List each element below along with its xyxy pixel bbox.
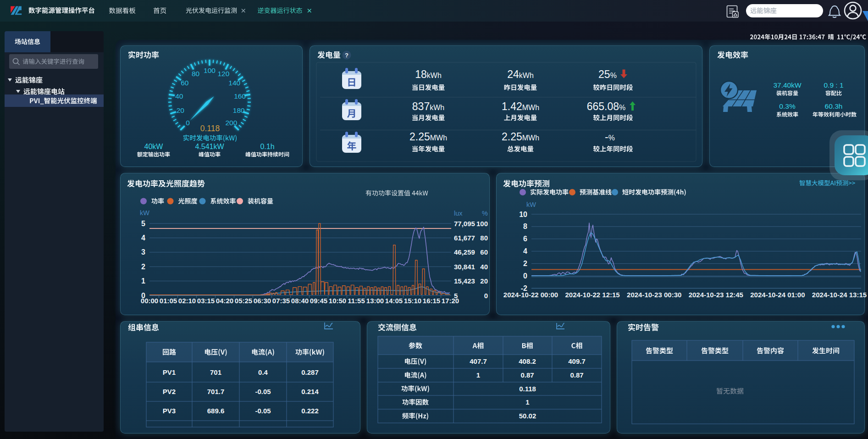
svg-text:18kWh: 18kWh [415, 68, 442, 80]
svg-text:1: 1 [476, 371, 480, 379]
svg-text:02:10: 02:10 [178, 297, 196, 305]
svg-text:60.3h: 60.3h [825, 102, 843, 110]
svg-text:6: 6 [523, 235, 527, 243]
svg-text:60: 60 [181, 79, 189, 87]
svg-text:701.7: 701.7 [207, 388, 225, 395]
svg-text:40: 40 [480, 263, 488, 271]
svg-text:lux: lux [454, 210, 463, 217]
svg-text:PV3: PV3 [163, 407, 176, 415]
svg-text:0.214: 0.214 [301, 388, 319, 395]
svg-text:37.40kW: 37.40kW [773, 81, 802, 89]
svg-text:%: % [482, 210, 488, 217]
svg-text:0.1h: 0.1h [260, 143, 274, 150]
svg-text:100: 100 [204, 67, 216, 74]
svg-text:PV1: PV1 [163, 368, 176, 376]
svg-text:2024-10-24 13:15: 2024-10-24 13:15 [812, 291, 867, 299]
svg-text:407.7: 407.7 [470, 357, 487, 365]
svg-text:2.25MWh: 2.25MWh [409, 131, 447, 143]
svg-text:09:45: 09:45 [310, 297, 327, 305]
svg-text:03:15: 03:15 [197, 297, 215, 305]
svg-text:0.9 : 1: 0.9 : 1 [824, 81, 843, 89]
svg-text:14:05: 14:05 [385, 297, 403, 305]
svg-text:200: 200 [225, 119, 237, 127]
svg-text:8: 8 [523, 222, 527, 230]
svg-text:1: 1 [141, 277, 145, 285]
svg-text:06:30: 06:30 [254, 297, 271, 305]
svg-text:2: 2 [523, 260, 527, 267]
svg-text:PV2: PV2 [163, 388, 176, 395]
svg-text:16:15: 16:15 [423, 297, 440, 305]
svg-text:-0.05: -0.05 [255, 388, 271, 395]
svg-text:01:05: 01:05 [160, 297, 177, 305]
svg-text:2.25MWh: 2.25MWh [502, 131, 539, 143]
svg-text:kW: kW [526, 201, 536, 208]
svg-text:11:55: 11:55 [348, 297, 365, 305]
svg-text:100: 100 [476, 220, 488, 228]
svg-text:24kWh: 24kWh [507, 68, 534, 80]
svg-text:160: 160 [234, 92, 246, 100]
svg-text:07:35: 07:35 [272, 297, 290, 305]
svg-text:409.7: 409.7 [568, 357, 586, 365]
svg-text:837kWh: 837kWh [412, 100, 444, 112]
svg-text:-%: -% [605, 131, 615, 143]
svg-text:00:00: 00:00 [141, 297, 158, 305]
svg-text:61,677: 61,677 [454, 234, 475, 242]
svg-text:15:10: 15:10 [404, 297, 421, 305]
svg-text:2: 2 [141, 263, 145, 271]
svg-text:4: 4 [141, 234, 145, 242]
svg-text:?: ? [345, 52, 348, 59]
svg-text:408.2: 408.2 [519, 357, 536, 365]
svg-text:10:50: 10:50 [329, 297, 346, 305]
svg-text:120: 120 [217, 70, 229, 78]
svg-text:2024-10-23 12:45: 2024-10-23 12:45 [689, 291, 743, 299]
svg-text:0.118: 0.118 [200, 124, 220, 133]
svg-text:10: 10 [519, 211, 527, 218]
svg-text:5: 5 [141, 220, 145, 228]
svg-text:1.42MWh: 1.42MWh [502, 100, 539, 112]
svg-text:4: 4 [523, 247, 527, 255]
svg-text:50.02: 50.02 [519, 412, 536, 420]
svg-text:17:20: 17:20 [442, 297, 459, 305]
svg-text:60: 60 [480, 248, 488, 256]
svg-text:13:00: 13:00 [366, 297, 384, 305]
svg-text:0: 0 [484, 292, 488, 300]
svg-text:46,259: 46,259 [454, 248, 475, 256]
svg-text:0.3%: 0.3% [779, 102, 796, 110]
svg-text:2024-10-22 12:15: 2024-10-22 12:15 [565, 291, 619, 299]
svg-text:0: 0 [523, 272, 527, 280]
svg-text:0.118: 0.118 [519, 385, 536, 393]
svg-text:15,423: 15,423 [454, 277, 475, 285]
svg-text:0.87: 0.87 [520, 371, 534, 379]
svg-text:04:20: 04:20 [216, 297, 233, 305]
svg-text:20: 20 [177, 106, 185, 114]
svg-text:40kW: 40kW [144, 143, 164, 150]
svg-text:1: 1 [525, 398, 529, 406]
svg-text:2024-10-22 00:00: 2024-10-22 00:00 [503, 291, 558, 299]
svg-text:05:25: 05:25 [235, 297, 252, 305]
svg-text:25%: 25% [598, 68, 617, 80]
svg-text:40: 40 [175, 92, 183, 100]
svg-text:0.287: 0.287 [301, 368, 319, 376]
svg-text:80: 80 [192, 70, 200, 78]
svg-text:0.4: 0.4 [258, 368, 268, 376]
svg-text:689.6: 689.6 [207, 407, 225, 415]
svg-text:2024-10-24 01:00: 2024-10-24 01:00 [750, 291, 805, 299]
svg-text:30,841: 30,841 [454, 263, 475, 271]
svg-text:-0.05: -0.05 [255, 407, 271, 415]
svg-text:2024-10-23 00:30: 2024-10-23 00:30 [627, 291, 681, 299]
svg-text:77,095: 77,095 [454, 220, 475, 228]
svg-text:0.222: 0.222 [301, 407, 319, 415]
svg-text:180: 180 [233, 106, 245, 114]
svg-text:701: 701 [210, 368, 221, 376]
svg-text:3: 3 [141, 248, 145, 256]
svg-text:20: 20 [480, 277, 488, 285]
svg-text:0: 0 [186, 119, 190, 127]
svg-text:kW: kW [140, 209, 149, 217]
svg-text:0.87: 0.87 [570, 371, 583, 379]
svg-text:665.08%: 665.08% [587, 100, 626, 112]
svg-text:80: 80 [480, 234, 488, 242]
svg-text:08:40: 08:40 [291, 297, 309, 305]
svg-text:4.541kW: 4.541kW [195, 143, 224, 150]
